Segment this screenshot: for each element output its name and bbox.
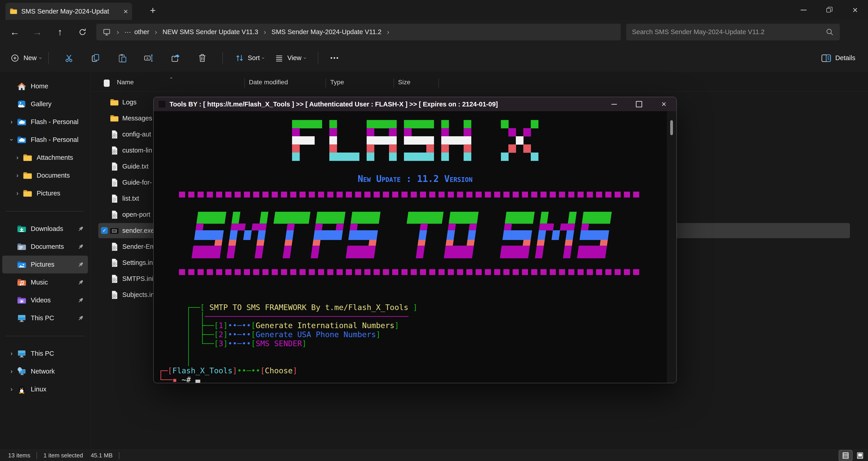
- up-button[interactable]: ↑: [52, 24, 68, 40]
- sidebar-item-label: This PC: [31, 314, 77, 322]
- pin-icon: [77, 297, 84, 304]
- breadcrumb-item-other[interactable]: other: [134, 28, 149, 36]
- details-button-label: Details: [835, 54, 855, 62]
- sidebar-item-linux[interactable]: ›Linux: [2, 380, 88, 398]
- paste-button[interactable]: [117, 53, 127, 63]
- expander-chevron-icon[interactable]: ›: [12, 154, 23, 161]
- explorer-tab[interactable]: SMS Sender May-2024-Updat ×: [5, 3, 132, 20]
- expander-chevron-icon[interactable]: ›: [6, 136, 17, 143]
- breadcrumb-item-current[interactable]: SMS Sender May-2024-Update V11.2: [272, 28, 381, 36]
- large-icons-view-toggle[interactable]: [854, 450, 867, 461]
- details-pane-icon: [821, 53, 832, 63]
- expander-chevron-icon[interactable]: ›: [6, 368, 17, 375]
- expander-chevron-icon[interactable]: ›: [12, 172, 23, 179]
- sidebar-item-documents[interactable]: Documents: [2, 238, 88, 255]
- expander-chevron-icon[interactable]: ›: [12, 190, 23, 197]
- expander-chevron-icon[interactable]: ›: [6, 386, 17, 393]
- select-all-checkbox[interactable]: [104, 80, 110, 87]
- column-divider[interactable]: [438, 78, 439, 88]
- sidebar-item-label: This PC: [31, 350, 88, 357]
- details-view-toggle[interactable]: [839, 450, 852, 461]
- rename-button[interactable]: A: [144, 53, 154, 63]
- forward-button[interactable]: →: [29, 24, 45, 40]
- details-pane-button[interactable]: Details: [821, 53, 855, 63]
- console-menu: ┌──[ SMTP TO SMS FRAMEWORK By t.me/Flash…: [158, 303, 417, 383]
- more-options-button[interactable]: •••: [331, 55, 339, 61]
- search-input[interactable]: [631, 28, 825, 36]
- console-titlebar[interactable]: Tools BY : [ https://t.me/Flash_X_Tools …: [154, 97, 676, 111]
- column-header-size[interactable]: Size: [398, 79, 410, 86]
- sidebar-item-this-pc[interactable]: ›This PC: [2, 345, 88, 363]
- refresh-button[interactable]: [74, 24, 90, 40]
- window-close-button[interactable]: ×: [842, 0, 868, 20]
- console-subtitle: New Update : 11.2 Version: [292, 174, 538, 184]
- chevron-down-icon: ›: [37, 57, 44, 59]
- back-button[interactable]: ←: [7, 24, 23, 40]
- chevron-right-icon: ›: [264, 28, 266, 36]
- sidebar-item-this-pc[interactable]: This PC: [2, 309, 88, 327]
- toolbar-separator: [222, 52, 223, 64]
- sidebar-item-home[interactable]: Home: [2, 77, 88, 95]
- search-box[interactable]: [626, 24, 840, 40]
- sort-button[interactable]: Sort ›: [235, 53, 264, 63]
- column-divider[interactable]: [244, 78, 245, 88]
- sidebar-divider: [0, 202, 90, 220]
- console-scrollbar[interactable]: [667, 111, 676, 383]
- inifile-icon: [110, 146, 119, 155]
- share-button[interactable]: [170, 53, 181, 63]
- cut-button[interactable]: [64, 53, 74, 63]
- new-tab-button[interactable]: +: [147, 4, 159, 17]
- status-separator: [37, 452, 37, 459]
- sidebar-item-gallery[interactable]: Gallery: [2, 95, 88, 113]
- column-header-type[interactable]: Type: [330, 79, 344, 86]
- onedrive-icon: [17, 135, 27, 145]
- new-button[interactable]: New ›: [10, 53, 41, 63]
- thispc-icon: [17, 349, 27, 359]
- smtps-to-sms-ascii-art: [192, 212, 612, 258]
- status-selection: 1 item selected: [43, 452, 83, 459]
- view-button[interactable]: View ›: [274, 53, 306, 63]
- breadcrumb-ellipsis[interactable]: ···: [125, 28, 131, 36]
- sidebar-item-flash-personal[interactable]: ›Flash - Personal: [2, 131, 88, 149]
- console-minimize-button[interactable]: [602, 97, 627, 111]
- sidebar-item-documents[interactable]: ›Documents: [2, 166, 88, 184]
- delete-button[interactable]: [197, 53, 208, 63]
- toolbar-separator: [318, 52, 318, 64]
- breadcrumb-item-parent[interactable]: NEW SMS Sender Update V11.3: [162, 28, 258, 36]
- file-name: Guide.txt: [122, 163, 149, 170]
- console-line: │ ├──[1]••─••[Generate International Num…: [158, 321, 417, 330]
- column-divider[interactable]: [394, 78, 394, 88]
- sidebar-item-downloads[interactable]: Downloads: [2, 220, 88, 238]
- console-line: │ ├──[2]••─••[Generate USA Phone Numbers…: [158, 330, 417, 339]
- inifile-icon: [110, 290, 119, 300]
- window-restore-button[interactable]: [816, 0, 842, 20]
- sidebar-item-network[interactable]: ›Network: [2, 363, 88, 380]
- console-title: Tools BY : [ https://t.me/Flash_X_Tools …: [169, 100, 602, 108]
- console-maximize-button[interactable]: [627, 97, 651, 111]
- console-scrollbar-thumb[interactable]: [670, 120, 673, 135]
- copy-button[interactable]: [90, 53, 101, 63]
- onedrive-icon: [17, 117, 27, 127]
- chevron-right-icon: ›: [155, 28, 157, 36]
- sidebar-item-flash-personal[interactable]: ›Flash - Personal: [2, 113, 88, 131]
- sidebar-item-pictures[interactable]: Pictures: [2, 255, 88, 273]
- address-bar[interactable]: › ··· › other › NEW SMS Sender Update V1…: [96, 24, 621, 40]
- txtfile-icon: [110, 162, 119, 171]
- sidebar-item-label: Documents: [31, 243, 77, 250]
- selected-checkbox[interactable]: ✓: [101, 227, 108, 234]
- console-close-button[interactable]: ×: [651, 97, 676, 111]
- console-line: │ │─────────────────────────────────────…: [158, 312, 417, 321]
- window-minimize-button[interactable]: [791, 0, 816, 20]
- sidebar-item-videos[interactable]: Videos: [2, 291, 88, 309]
- sidebar-item-music[interactable]: Music: [2, 273, 88, 291]
- sidebar-item-attachments[interactable]: ›Attachments: [2, 149, 88, 166]
- network-icon: [17, 367, 27, 376]
- sidebar-item-label: Home: [31, 83, 88, 90]
- column-header-date-modified[interactable]: Date modified: [249, 79, 288, 86]
- expander-chevron-icon[interactable]: ›: [6, 118, 17, 125]
- tab-close-icon[interactable]: ×: [123, 7, 128, 15]
- sidebar-item-pictures[interactable]: ›Pictures: [2, 184, 88, 202]
- column-header-name[interactable]: Name: [117, 79, 134, 86]
- expander-chevron-icon[interactable]: ›: [6, 350, 17, 357]
- column-divider[interactable]: [326, 78, 326, 88]
